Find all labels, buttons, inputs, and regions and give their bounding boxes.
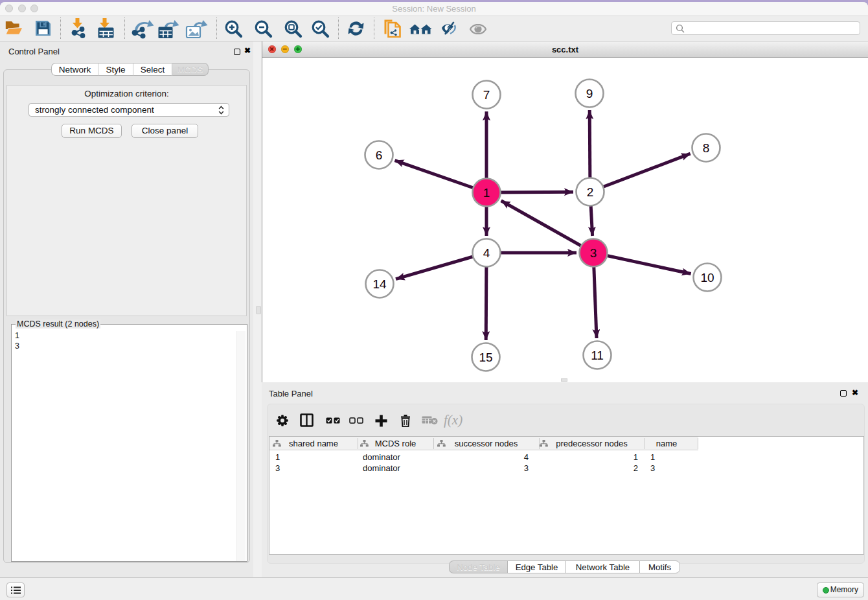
svg-text:3: 3 <box>590 246 597 260</box>
svg-text:1: 1 <box>483 186 490 200</box>
svg-text:9: 9 <box>586 87 593 100</box>
svg-text:7: 7 <box>483 88 490 102</box>
svg-text:14: 14 <box>372 277 387 291</box>
svg-text:10: 10 <box>700 271 714 284</box>
svg-text:15: 15 <box>479 351 492 364</box>
svg-text:4: 4 <box>483 246 490 260</box>
svg-text:11: 11 <box>591 349 604 362</box>
svg-text:8: 8 <box>703 141 710 155</box>
svg-text:6: 6 <box>376 148 383 162</box>
svg-text:2: 2 <box>587 185 594 199</box>
